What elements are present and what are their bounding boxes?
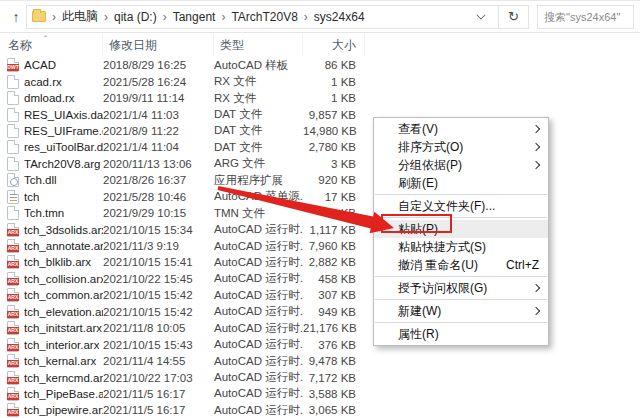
breadcrumb-item[interactable]: TArchT20V8: [231, 10, 297, 24]
column-header-date[interactable]: 修改日期: [103, 34, 214, 56]
context-menu-item[interactable]: 自定义文件夹(F)...: [374, 197, 548, 215]
breadcrumb-item[interactable]: Tangent: [173, 10, 216, 24]
file-date: 2021/10/15 15:43: [103, 339, 214, 351]
file-row[interactable]: TArch20V8.arg 2020/11/13 13:06 ARG 文件 3 …: [0, 156, 368, 172]
context-menu-item[interactable]: 粘贴(P): [374, 220, 548, 238]
file-type: 应用程序扩展: [214, 173, 303, 188]
file-type-badge: DWT: [7, 64, 19, 71]
file-type: AutoCAD 运行时...: [214, 354, 303, 369]
file-icon: ARX: [7, 387, 19, 401]
file-row[interactable]: Tch.tmn 2021/9/29 10:15 TMN 文件 1 KB: [0, 205, 368, 221]
file-row[interactable]: acad.rx 2021/5/28 16:24 RX 文件 1 KB: [0, 73, 368, 89]
breadcrumb-item[interactable]: sys24x64: [314, 10, 365, 24]
address-bar[interactable]: ›此电脑›qita (D:)›Tangent›TArchT20V8›sys24x…: [26, 5, 499, 29]
file-row[interactable]: dmload.rx 2019/9/11 11:14 RX 文件 1 KB: [0, 90, 368, 106]
file-type-badge: ARX: [7, 229, 19, 236]
file-icon: ARX: [7, 403, 19, 417]
refresh-icon: ↻: [508, 9, 519, 24]
context-menu: 查看(V) 排序方式(O) 分组依据(P) 刷新(E) 自定义文件夹(F)...…: [373, 117, 549, 346]
file-size: 2,780 KB: [303, 141, 365, 153]
submenu-arrow-icon: [532, 307, 540, 315]
file-row[interactable]: DWT ACAD 2018/8/29 16:25 AutoCAD 样板 86 K…: [0, 57, 368, 73]
file-row[interactable]: ARX tch_blklib.arx 2021/10/15 15:41 Auto…: [0, 254, 368, 270]
file-name: Tch.dll: [24, 174, 57, 186]
file-date: 2021/11/5 16:17: [103, 404, 214, 416]
file-date: 2020/11/13 13:06: [103, 158, 214, 170]
file-size: 17 KB: [303, 191, 365, 203]
file-icon: ARX: [7, 354, 19, 368]
file-icon: ARX: [7, 305, 19, 319]
file-row[interactable]: ARX tch_kernal.arx 2021/11/4 14:55 AutoC…: [0, 353, 368, 369]
file-name: acad.rx: [24, 76, 62, 88]
file-row[interactable]: res_uiToolBar.dat 2021/1/4 11:04 DAT 文件 …: [0, 139, 368, 155]
file-size: 86 KB: [303, 59, 365, 71]
context-menu-item[interactable]: 撤消 重命名(U) Ctrl+Z: [374, 256, 548, 274]
file-name-cell: ARX tch_annotate.arx: [0, 239, 103, 253]
menu-separator: [375, 276, 547, 277]
file-date: 2021/11/5 16:17: [103, 388, 214, 400]
sort-ascending-icon: ˆ: [44, 34, 47, 44]
file-date: 2021/1/4 11:04: [103, 141, 214, 153]
file-size: 3,065 KB: [303, 404, 365, 416]
file-row[interactable]: ARX tch_elevation.arx 2021/10/15 15:42 A…: [0, 304, 368, 320]
refresh-button[interactable]: ↻: [499, 5, 529, 29]
file-row[interactable]: ARX tch_pipewire.arx 2021/11/5 16:17 Aut…: [0, 402, 368, 418]
breadcrumb-item[interactable]: 此电脑: [62, 8, 98, 25]
file-icon: [7, 157, 19, 171]
search-input[interactable]: [538, 6, 633, 28]
up-button[interactable]: ↑: [6, 6, 26, 28]
file-icon: ARX: [7, 371, 19, 385]
file-icon: DWT: [7, 58, 19, 72]
file-size: 9,478 KB: [303, 355, 365, 367]
file-row[interactable]: ARX tch_collision.arx 2021/10/22 15:45 A…: [0, 271, 368, 287]
menu-item-label: 撤消 重命名(U): [398, 257, 478, 274]
column-header-size[interactable]: 大小: [303, 34, 365, 56]
column-header-name[interactable]: 名称: [0, 34, 103, 56]
file-name: tch_annotate.arx: [24, 240, 103, 252]
file-row[interactable]: Tch.dll 2021/8/26 16:37 应用程序扩展 920 KB: [0, 172, 368, 188]
file-row[interactable]: RES_UIAxis.dat 2021/1/4 11:03 DAT 文件 9,8…: [0, 106, 368, 122]
file-icon: [7, 108, 19, 122]
context-menu-item[interactable]: 刷新(E): [374, 174, 548, 192]
context-menu-item[interactable]: 粘贴快捷方式(S): [374, 238, 548, 256]
file-type: DAT 文件: [214, 107, 303, 122]
file-row[interactable]: RES_UIFrame.dat 2021/8/9 11:22 DAT 文件 14…: [0, 123, 368, 139]
file-type: AutoCAD 菜单源...: [214, 189, 303, 204]
column-header-type[interactable]: 类型: [214, 34, 303, 56]
file-row[interactable]: ARX tch_kerncmd.arx 2021/10/22 17:03 Aut…: [0, 369, 368, 385]
context-menu-item[interactable]: 查看(V): [374, 120, 548, 138]
file-name-cell: ARX tch_collision.arx: [0, 272, 103, 286]
file-name-cell: ARX tch_3dsolids.arx: [0, 223, 103, 237]
file-icon: [7, 173, 19, 187]
file-type: AutoCAD 样板: [214, 58, 303, 73]
file-row[interactable]: ARX tch_PipeBase.arx 2021/11/5 16:17 Aut…: [0, 386, 368, 402]
file-row[interactable]: ARX tch_3dsolids.arx 2021/10/15 15:34 Au…: [0, 221, 368, 237]
chevron-down-icon[interactable]: [476, 10, 485, 19]
file-row[interactable]: ARX tch_annotate.arx 2021/11/3 9:19 Auto…: [0, 238, 368, 254]
context-menu-item[interactable]: 分组依据(P): [374, 156, 548, 174]
file-row[interactable]: ARX tch_initstart.arx 2021/11/8 10:05 Au…: [0, 320, 368, 336]
file-row[interactable]: ARX tch_interior.arx 2021/10/15 15:43 Au…: [0, 336, 368, 352]
toolbar: ↑ ›此电脑›qita (D:)›Tangent›TArchT20V8›sys2…: [0, 0, 640, 33]
file-name: tch_PipeBase.arx: [24, 388, 103, 400]
file-name-cell: ARX tch_pipewire.arx: [0, 403, 103, 417]
file-type-badge: ARX: [7, 311, 19, 318]
context-menu-item[interactable]: 授予访问权限(G): [374, 279, 548, 297]
file-type: AutoCAD 运行时...: [214, 321, 303, 336]
context-menu-item[interactable]: 新建(W): [374, 302, 548, 320]
file-name-cell: ARX tch_common.arx: [0, 288, 103, 302]
file-type: AutoCAD 运行时...: [214, 337, 303, 352]
file-name-cell: ARX tch_PipeBase.arx: [0, 387, 103, 401]
context-menu-item[interactable]: 属性(R): [374, 325, 548, 343]
file-date: 2021/10/15 15:41: [103, 256, 214, 268]
file-row[interactable]: ARX tch_common.arx 2021/10/15 15:42 Auto…: [0, 287, 368, 303]
file-type-badge: ARX: [7, 344, 19, 351]
file-date: 2021/10/15 15:34: [103, 224, 214, 236]
breadcrumb-item[interactable]: qita (D:): [114, 10, 157, 24]
up-arrow-icon: ↑: [13, 9, 20, 25]
file-type: AutoCAD 运行时...: [214, 271, 303, 286]
file-date: 2021/5/28 16:24: [103, 76, 214, 88]
file-row[interactable]: tch 2021/5/28 10:46 AutoCAD 菜单源... 17 KB: [0, 189, 368, 205]
context-menu-item[interactable]: 排序方式(O): [374, 138, 548, 156]
file-date: 2021/8/9 11:22: [103, 125, 214, 137]
